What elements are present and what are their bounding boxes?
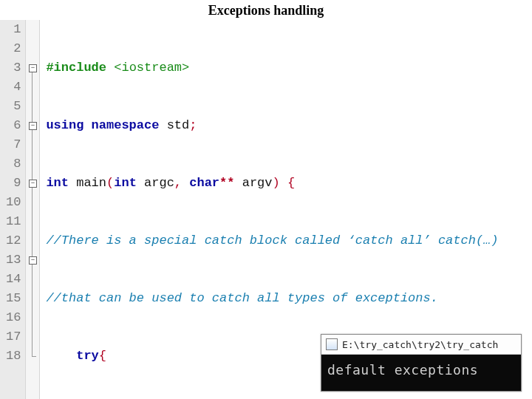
line-number: 2 bbox=[6, 39, 21, 58]
page-title: Exceptions handling bbox=[0, 0, 532, 20]
line-number: 8 bbox=[6, 154, 21, 174]
code-line: using namespace std; bbox=[46, 116, 498, 135]
code-line: //There is a special catch block called … bbox=[46, 231, 498, 250]
line-number: 6 bbox=[6, 116, 21, 135]
line-number: 11 bbox=[6, 212, 21, 231]
line-number: 16 bbox=[6, 308, 21, 327]
code-line: #include <iostream> bbox=[46, 58, 498, 78]
line-number: 9 bbox=[6, 174, 21, 193]
line-number: 4 bbox=[6, 78, 21, 97]
console-title: E:\try_catch\try2\try_catch bbox=[342, 339, 498, 350]
line-number: 7 bbox=[6, 135, 21, 154]
line-number: 10 bbox=[6, 193, 21, 212]
code-line: int main(int argc, char** argv) { bbox=[46, 174, 498, 193]
line-number: 18 bbox=[6, 347, 21, 366]
console-output: default exceptions bbox=[321, 355, 521, 391]
line-number: 5 bbox=[6, 97, 21, 116]
console-window: E:\try_catch\try2\try_catch default exce… bbox=[321, 334, 522, 392]
fold-toggle-icon[interactable]: − bbox=[29, 256, 37, 265]
fold-gutter: − − − − bbox=[26, 20, 40, 399]
line-number: 17 bbox=[6, 327, 21, 347]
line-number: 3 bbox=[6, 58, 21, 78]
line-number: 14 bbox=[6, 270, 21, 289]
fold-toggle-icon[interactable]: − bbox=[29, 64, 37, 72]
line-number-gutter: 1 2 3 4 5 6 7 8 9 10 11 12 13 14 15 16 1… bbox=[0, 20, 26, 399]
fold-toggle-icon[interactable]: − bbox=[29, 180, 37, 188]
line-number: 12 bbox=[6, 231, 21, 250]
line-number: 1 bbox=[6, 20, 21, 39]
console-titlebar[interactable]: E:\try_catch\try2\try_catch bbox=[321, 335, 521, 355]
app-icon bbox=[326, 338, 338, 350]
line-number: 13 bbox=[6, 250, 21, 270]
line-number: 15 bbox=[6, 289, 21, 308]
fold-toggle-icon[interactable]: − bbox=[29, 122, 37, 130]
code-line: //that can be used to catch all types of… bbox=[46, 289, 498, 308]
